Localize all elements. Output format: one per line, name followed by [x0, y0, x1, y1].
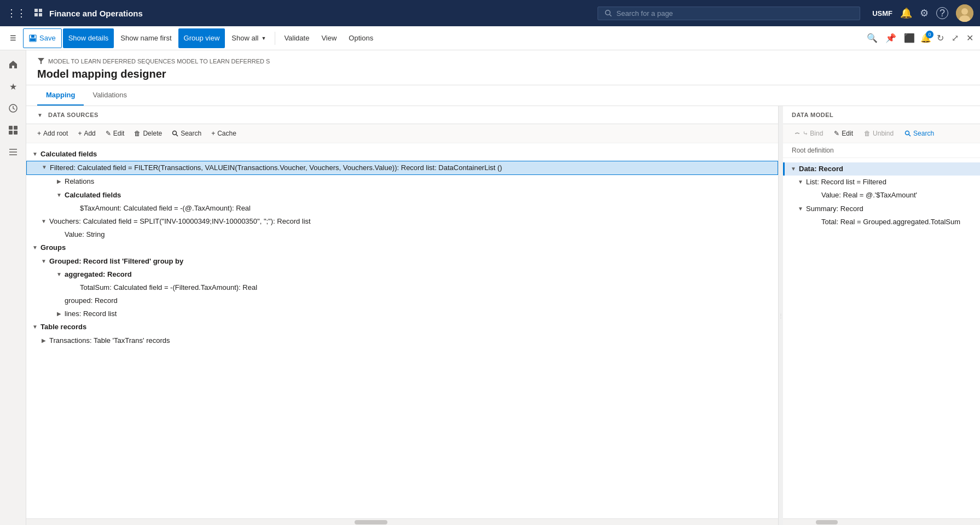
dm-label: DATA MODEL [792, 112, 833, 118]
dm-tree-item-summary[interactable]: ▼ Summary: Record [783, 202, 980, 215]
cmd-refresh-icon[interactable]: ↻ [935, 31, 946, 45]
save-label: Save [39, 34, 56, 42]
tree-section-table-records[interactable]: ▼ Table records [26, 320, 778, 334]
tree-item-totalsum[interactable]: TotalSum: Calculated field = -(Filtered.… [26, 281, 778, 294]
group-view-button[interactable]: Group view [178, 28, 225, 48]
dm-toggle-data-record[interactable]: ▼ [789, 165, 798, 173]
show-name-first-button[interactable]: Show name first [115, 28, 177, 48]
tree-section-groups[interactable]: ▼ Groups [26, 241, 778, 254]
tab-validations[interactable]: Validations [84, 85, 136, 106]
tree-item-value-string[interactable]: Value: String [26, 228, 778, 241]
toggle-icon-grouped[interactable]: ▼ [39, 258, 48, 265]
dm-search-button[interactable]: Search [900, 127, 938, 139]
svg-rect-10 [31, 35, 34, 38]
edit-button[interactable]: ✎ Edit [101, 127, 129, 139]
search-button[interactable]: Search [167, 127, 206, 139]
tree-item-grouped[interactable]: ▼ Grouped: Record list 'Filtered' group … [26, 255, 778, 268]
cmd-close-icon[interactable]: ✕ [964, 31, 976, 45]
nav-toggle-button[interactable]: ☰ [4, 28, 22, 48]
toggle-icon-calc-nested[interactable]: ▼ [55, 191, 63, 199]
app-grid-icon[interactable]: ⋮⋮ [7, 7, 26, 19]
top-search-input[interactable] [617, 9, 854, 18]
tree-item-aggregated[interactable]: ▼ aggregated: Record [26, 268, 778, 281]
add-root-button[interactable]: + Add root [33, 127, 72, 139]
add-button[interactable]: + Add [73, 127, 100, 139]
sidebar-icon-modules[interactable] [3, 142, 23, 162]
tree-item-transactions[interactable]: ▶ Transactions: Table 'TaxTrans' records [26, 334, 778, 347]
dm-tree-item-list[interactable]: ▼ List: Record list = Filtered [783, 176, 980, 189]
table-records-label: Table records [39, 322, 774, 332]
sidebar-icon-workspaces[interactable] [3, 120, 23, 140]
show-details-button[interactable]: Show details [63, 28, 114, 48]
dm-toggle-list[interactable]: ▼ [796, 178, 805, 186]
top-search-bar[interactable] [598, 7, 860, 20]
help-icon[interactable]: ? [936, 7, 948, 19]
bell-icon[interactable]: 🔔 [900, 7, 912, 19]
dm-h-scroll-thumb[interactable] [816, 520, 838, 524]
grid-icon[interactable] [34, 8, 44, 18]
data-model-panel: DATA MODEL ⤷ Bind ✎ Edit [783, 106, 980, 525]
toggle-icon-groups[interactable]: ▼ [31, 244, 39, 252]
dm-toggle-summary[interactable]: ▼ [796, 205, 805, 213]
cmd-search-icon[interactable]: 🔍 [865, 31, 880, 45]
tree-item-vouchers[interactable]: ▼ Vouchers: Calculated field = SPLIT("IN… [26, 215, 778, 228]
validate-button[interactable]: Validate [279, 28, 315, 48]
options-button[interactable]: Options [343, 28, 379, 48]
tab-mapping[interactable]: Mapping [37, 85, 84, 106]
cmd-notification-btn[interactable]: 🔔 0 [920, 33, 931, 43]
sidebar-icon-home[interactable] [3, 55, 23, 74]
dm-edit-button[interactable]: ✎ Edit [830, 127, 857, 139]
add-label: Add [84, 130, 95, 137]
show-all-button[interactable]: Show all ▼ [226, 28, 271, 48]
toggle-icon-relations[interactable]: ▶ [55, 178, 63, 185]
svg-rect-0 [34, 9, 38, 12]
ds-h-scroll-thumb[interactable] [355, 520, 387, 524]
gear-icon[interactable]: ⚙ [920, 7, 929, 19]
bind-label: ⤷ Bind [803, 130, 823, 137]
dm-search-label: Search [913, 130, 934, 137]
dm-h-scrollbar[interactable] [783, 518, 980, 525]
panel-divider[interactable]: ⋮ [779, 106, 783, 525]
delete-button[interactable]: 🗑 Delete [130, 127, 166, 139]
toggle-icon-vouchers[interactable]: ▼ [39, 218, 48, 225]
unbind-icon: 🗑 [864, 130, 871, 137]
tree-item-filtered[interactable]: ▼ Filtered: Calculated field = FILTER(Tr… [26, 161, 778, 175]
bind-button[interactable]: ⤷ Bind [790, 127, 827, 139]
add-root-icon: + [37, 130, 41, 137]
tree-item-grouped-record[interactable]: grouped: Record [26, 294, 778, 307]
add-root-label: Add root [43, 130, 68, 137]
dm-tree-item-total[interactable]: Total: Real = Grouped.aggregated.TotalSu… [783, 215, 980, 229]
toggle-icon-aggregated[interactable]: ▼ [55, 271, 63, 278]
tree-item-lines[interactable]: ▶ lines: Record list [26, 307, 778, 320]
svg-rect-1 [39, 9, 42, 12]
cmd-expand-icon[interactable]: ⤢ [949, 31, 961, 45]
sidebar-icon-favorites[interactable]: ★ [3, 77, 23, 96]
sidebar-icon-recent[interactable] [3, 98, 23, 118]
cache-button[interactable]: + Cache [207, 127, 241, 139]
groups-label: Groups [39, 243, 774, 253]
ds-h-scrollbar[interactable] [26, 518, 778, 525]
unbind-label: Unbind [873, 130, 894, 137]
toggle-icon-lines[interactable]: ▶ [55, 310, 63, 318]
cmd-pin-icon[interactable]: 📌 [883, 31, 898, 45]
ds-tree: ▼ Calculated fields ▼ Filtered: Calculat… [26, 143, 778, 518]
dm-root-def-label: Root definition [792, 147, 834, 154]
view-button[interactable]: View [316, 28, 342, 48]
notification-badge: 0 [926, 31, 933, 38]
toggle-icon-transactions[interactable]: ▶ [39, 337, 48, 345]
dm-tree-item-value-real[interactable]: Value: Real = @.'$TaxAmount' [783, 189, 980, 202]
ds-toggle-icon[interactable]: ▼ [37, 112, 43, 118]
tree-section-calculated-fields[interactable]: ▼ Calculated fields [26, 148, 778, 161]
toggle-icon-filtered[interactable]: ▼ [40, 164, 49, 171]
ds-section: ▼ DATA SOURCES + Add root + Add ✎ E [26, 106, 980, 525]
save-button[interactable]: Save [23, 28, 62, 48]
dm-tree-item-data-record[interactable]: ▼ Data: Record [783, 162, 980, 176]
tree-item-calc-fields-nested[interactable]: ▼ Calculated fields [26, 189, 778, 202]
user-avatar[interactable] [956, 4, 973, 22]
tree-item-taxamount[interactable]: $TaxAmount: Calculated field = -(@.TaxAm… [26, 202, 778, 215]
toggle-icon-table-records[interactable]: ▼ [31, 323, 39, 331]
toggle-icon-calc-fields[interactable]: ▼ [31, 150, 39, 158]
unbind-button[interactable]: 🗑 Unbind [860, 127, 898, 139]
tree-item-relations[interactable]: ▶ Relations [26, 175, 778, 188]
cmd-office-icon[interactable]: ⬛ [902, 31, 917, 45]
